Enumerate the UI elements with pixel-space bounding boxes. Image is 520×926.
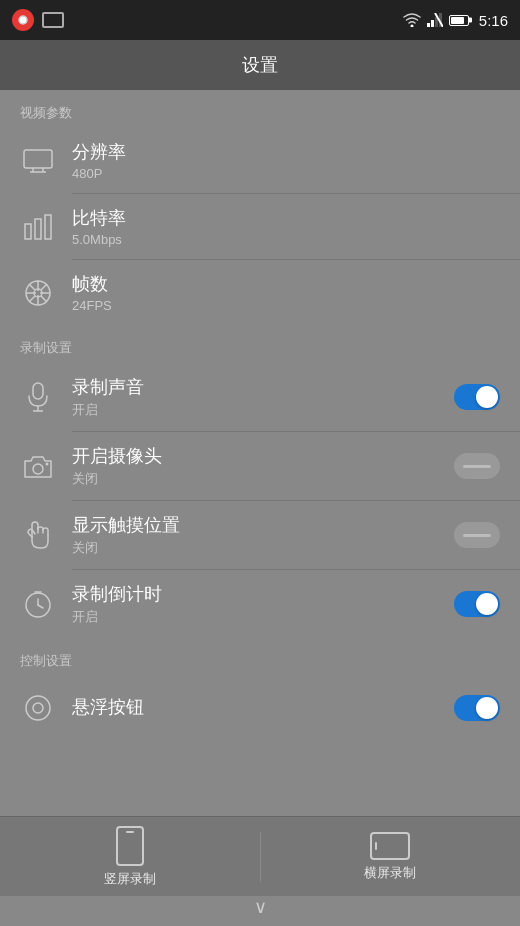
setting-item-resolution[interactable]: 分辨率 480P — [0, 128, 520, 193]
svg-line-21 — [41, 296, 47, 302]
bottom-indicator: ∨ — [254, 896, 267, 918]
nav-portrait[interactable]: 竖屏录制 — [0, 826, 260, 888]
battery-icon — [449, 15, 469, 26]
hand-icon — [20, 519, 56, 551]
bottom-navigation: 竖屏录制 横屏录制 — [0, 816, 520, 896]
resolution-title: 分辨率 — [72, 140, 500, 164]
monitor-icon — [20, 149, 56, 173]
svg-line-31 — [38, 605, 43, 608]
status-bar: 5:16 — [0, 0, 520, 40]
image-icon — [42, 12, 64, 28]
phone-landscape-icon — [370, 832, 410, 860]
signal-icon — [427, 13, 443, 27]
svg-rect-11 — [25, 224, 31, 239]
touch-subtitle: 关闭 — [72, 539, 454, 557]
audio-subtitle: 开启 — [72, 401, 454, 419]
title-bar: 设置 — [0, 40, 520, 90]
page-title: 设置 — [242, 53, 278, 77]
resolution-subtitle: 480P — [72, 166, 500, 181]
countdown-subtitle: 开启 — [72, 608, 454, 626]
time-display: 5:16 — [479, 12, 508, 29]
audio-content: 录制声音 开启 — [56, 375, 454, 419]
setting-item-audio[interactable]: 录制声音 开启 — [0, 363, 520, 431]
status-bar-right: 5:16 — [403, 12, 508, 29]
camera-icon — [20, 453, 56, 479]
audio-title: 录制声音 — [72, 375, 454, 399]
setting-item-bitrate[interactable]: 比特率 5.0Mbps — [0, 194, 520, 259]
float-content: 悬浮按钮 — [56, 695, 454, 721]
setting-item-framerate[interactable]: 帧数 24FPS — [0, 260, 520, 325]
bitrate-title: 比特率 — [72, 206, 500, 230]
svg-rect-7 — [24, 150, 52, 168]
section-header-video: 视频参数 — [0, 90, 520, 128]
framerate-subtitle: 24FPS — [72, 298, 500, 313]
camera-subtitle: 关闭 — [72, 470, 454, 488]
bitrate-subtitle: 5.0Mbps — [72, 232, 500, 247]
svg-line-20 — [29, 284, 35, 290]
svg-point-27 — [33, 464, 43, 474]
svg-rect-12 — [35, 219, 41, 239]
countdown-content: 录制倒计时 开启 — [56, 582, 454, 626]
mic-icon — [20, 382, 56, 412]
audio-toggle[interactable] — [454, 384, 500, 410]
touch-title: 显示触摸位置 — [72, 513, 454, 537]
section-header-record: 录制设置 — [0, 325, 520, 363]
content-area: 视频参数 分辨率 480P 比特率 5.0Mbps — [0, 90, 520, 816]
svg-rect-2 — [427, 23, 430, 27]
record-icon — [12, 9, 34, 31]
clock-icon — [20, 590, 56, 618]
float-title: 悬浮按钮 — [72, 695, 454, 719]
svg-point-34 — [33, 703, 43, 713]
touch-content: 显示触摸位置 关闭 — [56, 513, 454, 557]
circle-dot-icon — [20, 694, 56, 722]
camera-toggle[interactable] — [454, 453, 500, 479]
setting-item-camera[interactable]: 开启摄像头 关闭 — [0, 432, 520, 500]
float-toggle[interactable] — [454, 695, 500, 721]
framerate-content: 帧数 24FPS — [56, 272, 500, 313]
bar-chart-icon — [20, 214, 56, 240]
camera-title: 开启摄像头 — [72, 444, 454, 468]
camera-content: 开启摄像头 关闭 — [56, 444, 454, 488]
svg-point-1 — [410, 25, 413, 28]
svg-point-0 — [19, 16, 27, 24]
touch-toggle[interactable] — [454, 522, 500, 548]
portrait-label: 竖屏录制 — [104, 870, 156, 888]
phone-portrait-icon — [116, 826, 144, 866]
svg-line-22 — [41, 284, 47, 290]
setting-item-float[interactable]: 悬浮按钮 — [0, 676, 520, 740]
framerate-title: 帧数 — [72, 272, 500, 296]
setting-item-touch[interactable]: 显示触摸位置 关闭 — [0, 501, 520, 569]
bitrate-content: 比特率 5.0Mbps — [56, 206, 500, 247]
aperture-icon — [20, 279, 56, 307]
nav-landscape[interactable]: 横屏录制 — [261, 832, 521, 882]
svg-rect-13 — [45, 215, 51, 239]
resolution-content: 分辨率 480P — [56, 140, 500, 181]
svg-line-23 — [29, 296, 35, 302]
countdown-toggle[interactable] — [454, 591, 500, 617]
countdown-title: 录制倒计时 — [72, 582, 454, 606]
section-header-control: 控制设置 — [0, 638, 520, 676]
svg-point-28 — [46, 463, 49, 466]
landscape-label: 横屏录制 — [364, 864, 416, 882]
wifi-icon — [403, 13, 421, 27]
svg-rect-24 — [33, 383, 43, 399]
status-bar-left — [12, 9, 64, 31]
svg-point-33 — [26, 696, 50, 720]
setting-item-countdown[interactable]: 录制倒计时 开启 — [0, 570, 520, 638]
svg-rect-3 — [431, 20, 434, 27]
